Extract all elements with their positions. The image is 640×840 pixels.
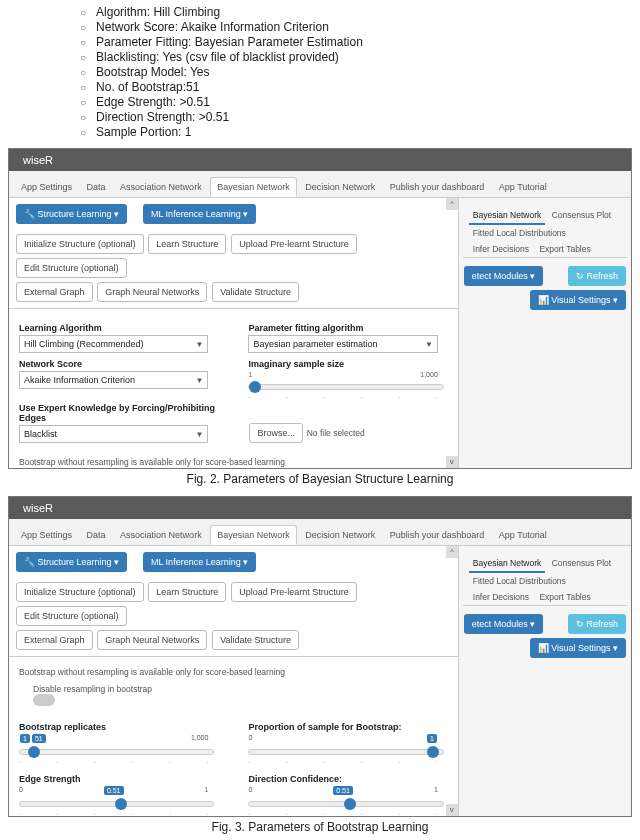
expert-knowledge-select[interactable]: Blacklist▼: [19, 425, 208, 443]
visual-settings-button[interactable]: 📊 Visual Settings ▾: [530, 290, 626, 310]
network-score-label: Network Score: [19, 359, 218, 369]
proportion-sample-label: Proportion of sample for Bootstrap:: [248, 722, 447, 732]
boot-note: Bootstrap without resampling is availabl…: [19, 457, 448, 467]
refresh-button[interactable]: ↻ Refresh: [568, 614, 626, 634]
no-file-text: No file selected: [307, 428, 365, 438]
learn-structure-button[interactable]: Learn Structure: [148, 582, 226, 602]
learning-algo-label: Learning Algorithm: [19, 323, 218, 333]
upload-prelearnt-button[interactable]: Upload Pre-learnt Structure: [231, 582, 357, 602]
proportion-sample-slider[interactable]: [248, 749, 443, 755]
main-tabs: App Settings Data Association Network Ba…: [9, 519, 631, 546]
tab-publish[interactable]: Publish your dashboard: [384, 178, 491, 196]
upload-prelearnt-button[interactable]: Upload Pre-learnt Structure: [231, 234, 357, 254]
intro-item: Sample Portion: 1: [80, 125, 612, 139]
direction-conf-slider[interactable]: [248, 801, 443, 807]
screenshot-fig3: wiseR App Settings Data Association Netw…: [8, 496, 632, 817]
gnn-button[interactable]: Graph Neural Networks: [97, 282, 207, 302]
validate-structure-button[interactable]: Validate Structure: [212, 282, 299, 302]
subtab-infer[interactable]: Infer Decisions: [469, 241, 533, 257]
ml-inference-button[interactable]: ML Inference Learning ▾: [143, 552, 256, 572]
subtab-export[interactable]: Export Tables: [535, 589, 594, 605]
tab-decision-network[interactable]: Decision Network: [299, 526, 381, 544]
tab-decision-network[interactable]: Decision Network: [299, 178, 381, 196]
chevron-down-icon: ▼: [425, 340, 433, 349]
tab-bayesian-network[interactable]: Bayesian Network: [210, 177, 297, 197]
screenshot-fig2: wiseR App Settings Data Association Netw…: [8, 148, 632, 469]
imaginary-ss-label: Imaginary sample size: [248, 359, 447, 369]
browse-button[interactable]: Browse...: [249, 423, 303, 443]
tab-tutorial[interactable]: App Tutorial: [493, 178, 553, 196]
subtab-consensus[interactable]: Consensus Plot: [548, 555, 616, 571]
tab-app-settings[interactable]: App Settings: [15, 526, 78, 544]
intro-item: No. of Bootstrap:51: [80, 80, 612, 94]
scroll-up-icon[interactable]: ^: [446, 198, 458, 210]
scroll-down-icon[interactable]: v: [446, 804, 458, 816]
disable-resamp-label: Disable resampling in bootstrap: [33, 684, 152, 694]
boot-replicates-label: Bootstrap replicates: [19, 722, 218, 732]
direction-conf-label: Direction Confidence:: [248, 774, 447, 784]
chevron-down-icon: ▼: [195, 376, 203, 385]
expert-knowledge-label: Use Expert Knowledge by Forcing/Prohibit…: [19, 403, 218, 423]
main-tabs: App Settings Data Association Network Ba…: [9, 171, 631, 198]
tab-assoc-network[interactable]: Association Network: [114, 178, 208, 196]
tab-bayesian-network[interactable]: Bayesian Network: [210, 525, 297, 545]
boot-replicates-slider[interactable]: [19, 749, 214, 755]
intro-item: Algorithm: Hill Climbing: [80, 5, 612, 19]
init-structure-button[interactable]: Initialize Structure (optional): [16, 582, 144, 602]
subtab-bayesian-network[interactable]: Bayesian Network: [469, 207, 546, 225]
chevron-down-icon: ▼: [195, 430, 203, 439]
subtab-bayesian-network[interactable]: Bayesian Network: [469, 555, 546, 573]
fig3-caption: Fig. 3. Parameters of Bootstrap Learning: [0, 820, 640, 834]
learning-algo-select[interactable]: Hill Climbing (Recommended)▼: [19, 335, 208, 353]
disable-resamp-toggle[interactable]: [33, 694, 55, 706]
scroll-down-icon[interactable]: v: [446, 456, 458, 468]
visual-settings-button[interactable]: 📊 Visual Settings ▾: [530, 638, 626, 658]
external-graph-button[interactable]: External Graph: [16, 282, 93, 302]
tab-publish[interactable]: Publish your dashboard: [384, 526, 491, 544]
gnn-button[interactable]: Graph Neural Networks: [97, 630, 207, 650]
app-title: wiseR: [9, 497, 631, 519]
intro-item: Edge Strength: >0.51: [80, 95, 612, 109]
boot-note: Bootstrap without resampling is availabl…: [19, 667, 448, 677]
edit-structure-button[interactable]: Edit Structure (optional): [16, 606, 127, 626]
param-fitting-label: Parameter fitting algorithm: [248, 323, 447, 333]
external-graph-button[interactable]: External Graph: [16, 630, 93, 650]
subtab-consensus[interactable]: Consensus Plot: [548, 207, 616, 223]
subtab-infer[interactable]: Infer Decisions: [469, 589, 533, 605]
validate-structure-button[interactable]: Validate Structure: [212, 630, 299, 650]
fig2-caption: Fig. 2. Parameters of Bayesian Structure…: [0, 472, 640, 486]
app-title: wiseR: [9, 149, 631, 171]
intro-list: Algorithm: Hill Climbing Network Score: …: [0, 0, 640, 146]
edge-strength-slider[interactable]: [19, 801, 214, 807]
learn-structure-button[interactable]: Learn Structure: [148, 234, 226, 254]
subtab-export[interactable]: Export Tables: [535, 241, 594, 257]
edge-strength-label: Edge Strength: [19, 774, 218, 784]
structure-learning-button[interactable]: 🔧 Structure Learning ▾: [16, 204, 127, 224]
subtab-fitted[interactable]: Fitted Local Distributions: [469, 573, 570, 589]
network-score-select[interactable]: Akaike Information Criterion▼: [19, 371, 208, 389]
scroll-up-icon[interactable]: ^: [446, 546, 458, 558]
intro-item: Bootstrap Model: Yes: [80, 65, 612, 79]
subtab-fitted[interactable]: Fitted Local Distributions: [469, 225, 570, 241]
detect-modules-button[interactable]: etect Modules ▾: [464, 614, 544, 634]
tab-app-settings[interactable]: App Settings: [15, 178, 78, 196]
structure-learning-button[interactable]: 🔧 Structure Learning ▾: [16, 552, 127, 572]
refresh-button[interactable]: ↻ Refresh: [568, 266, 626, 286]
ml-inference-button[interactable]: ML Inference Learning ▾: [143, 204, 256, 224]
edit-structure-button[interactable]: Edit Structure (optional): [16, 258, 127, 278]
chevron-down-icon: ▼: [195, 340, 203, 349]
intro-item: Blacklisting: Yes (csv file of blacklist…: [80, 50, 612, 64]
detect-modules-button[interactable]: etect Modules ▾: [464, 266, 544, 286]
intro-item: Direction Strength: >0.51: [80, 110, 612, 124]
param-fitting-select[interactable]: Bayesian parameter estimation▼: [248, 335, 437, 353]
tab-data[interactable]: Data: [81, 178, 112, 196]
intro-item: Parameter Fitting: Bayesian Parameter Es…: [80, 35, 612, 49]
init-structure-button[interactable]: Initialize Structure (optional): [16, 234, 144, 254]
tab-assoc-network[interactable]: Association Network: [114, 526, 208, 544]
imaginary-ss-slider[interactable]: [248, 384, 443, 390]
intro-item: Network Score: Akaike Information Criter…: [80, 20, 612, 34]
tab-data[interactable]: Data: [81, 526, 112, 544]
tab-tutorial[interactable]: App Tutorial: [493, 526, 553, 544]
